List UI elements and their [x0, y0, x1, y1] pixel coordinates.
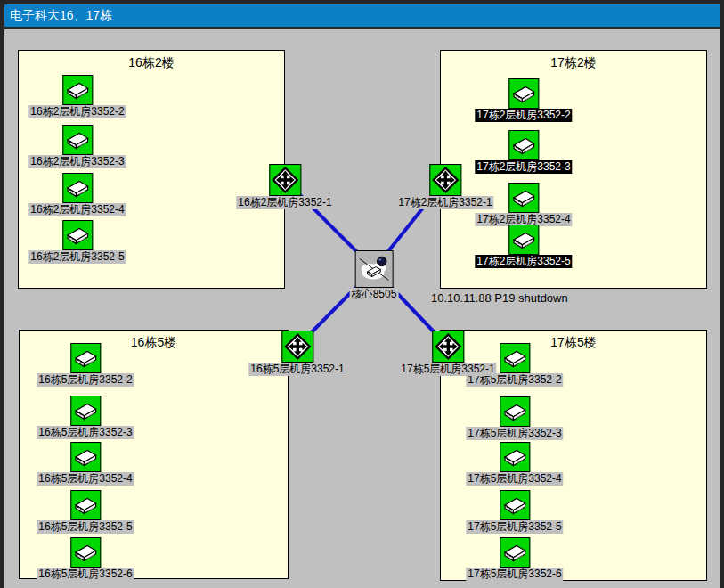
device-label: 16栋5层机房3352-5 [37, 520, 134, 534]
window-title: 电子科大16、17栋 [10, 8, 112, 24]
switch-icon [500, 343, 530, 373]
switch-icon [508, 130, 539, 160]
device-node[interactable]: 16栋2层机房3352-2 [28, 75, 126, 118]
device-label: 16栋2层机房3352-4 [28, 203, 126, 216]
window-border-top [0, 0, 724, 4]
device-node[interactable]: 16栋2层机房3352-4 [28, 173, 126, 216]
switch-icon [508, 78, 539, 109]
device-label: 17栋2层机房3352-5 [475, 255, 572, 268]
switch-icon [70, 343, 101, 373]
router-icon [269, 164, 301, 196]
device-node[interactable]: 16栋5层机房3352-6 [37, 537, 134, 581]
core-switch-label: 核心8505 [350, 288, 399, 301]
switch-icon [508, 225, 539, 255]
device-label: 17栋5层机房3352-4 [466, 472, 563, 486]
switch-icon [500, 442, 530, 472]
switch-icon [70, 442, 101, 472]
router-label: 17栋5层机房3352-1 [399, 363, 496, 376]
device-label: 16栋2层机房3352-5 [28, 250, 126, 264]
device-label: 16栋5层机房3352-4 [37, 472, 134, 486]
device-label: 16栋5层机房3352-6 [37, 568, 134, 581]
router-label: 17栋2层机房3352-1 [396, 196, 493, 209]
switch-icon [70, 490, 101, 520]
device-node[interactable]: 17栋5层机房3352-4 [466, 442, 563, 486]
window-border-right [720, 0, 724, 588]
core-switch-icon [354, 250, 393, 288]
router-label: 16栋2层机房3352-1 [236, 196, 333, 209]
device-node[interactable]: 16栋5层机房3352-3 [37, 396, 134, 439]
switch-icon [500, 490, 530, 520]
router-node[interactable]: 17栋5层机房3352-1 [399, 331, 496, 376]
device-node[interactable]: 17栋5层机房3352-6 [466, 537, 563, 581]
router-icon [432, 331, 464, 363]
device-node[interactable]: 16栋5层机房3352-4 [37, 442, 134, 486]
device-node[interactable]: 17栋2层机房3352-5 [475, 225, 572, 268]
core-switch-node[interactable]: 核心8505 [350, 250, 399, 301]
switch-icon [70, 396, 101, 426]
switch-icon [500, 537, 530, 568]
switch-icon [508, 183, 539, 213]
switch-icon [500, 396, 530, 427]
router-node[interactable]: 17栋2层机房3352-1 [396, 164, 493, 209]
router-icon [281, 331, 313, 363]
device-node[interactable]: 16栋5层机房3352-2 [37, 343, 134, 387]
window-border-left [0, 0, 4, 588]
device-node[interactable]: 16栋2层机房3352-5 [28, 220, 126, 264]
router-label: 16栋5层机房3352-1 [248, 363, 346, 376]
router-node[interactable]: 16栋2层机房3352-1 [236, 164, 333, 209]
device-node[interactable]: 17栋5层机房3352-5 [466, 490, 563, 534]
device-node[interactable]: 16栋2层机房3352-3 [28, 125, 126, 168]
device-label: 16栋5层机房3352-3 [37, 426, 134, 439]
window-titlebar[interactable]: 电子科大16、17栋 [4, 4, 724, 29]
device-label: 16栋2层机房3352-2 [28, 105, 126, 118]
device-label: 16栋2层机房3352-3 [28, 155, 126, 168]
device-label: 17栋2层机房3352-2 [475, 109, 572, 122]
device-label: 17栋5层机房3352-3 [466, 427, 563, 440]
device-label: 17栋5层机房3352-6 [466, 568, 563, 581]
switch-icon [62, 75, 93, 105]
device-node[interactable]: 17栋5层机房3352-3 [466, 396, 563, 440]
router-icon [429, 164, 461, 196]
switch-icon [62, 220, 93, 250]
device-label: 16栋5层机房3352-2 [37, 373, 134, 387]
device-label: 17栋5层机房3352-5 [466, 520, 563, 534]
router-node[interactable]: 16栋5层机房3352-1 [248, 331, 346, 376]
switch-icon [62, 173, 93, 203]
switch-icon [62, 125, 93, 155]
device-node[interactable]: 17栋2层机房3352-2 [475, 78, 572, 122]
device-node[interactable]: 16栋5层机房3352-5 [37, 490, 134, 534]
shutdown-annotation: 10.10.11.88 P19 shutdown [431, 291, 568, 305]
switch-icon [70, 537, 101, 568]
network-map-window: 电子科大16、17栋 16栋2楼 17栋2楼 16栋5楼 17栋5楼 16栋2层… [0, 0, 724, 588]
